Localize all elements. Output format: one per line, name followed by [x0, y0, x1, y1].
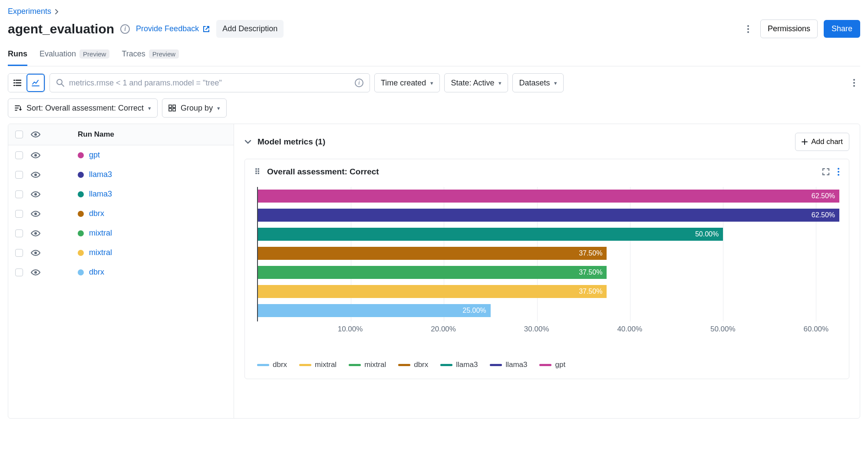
- legend-label: gpt: [555, 360, 565, 369]
- fullscreen-button[interactable]: [822, 168, 830, 176]
- table-row[interactable]: gpt: [8, 145, 234, 165]
- row-checkbox[interactable]: [15, 210, 23, 218]
- run-name-link[interactable]: dbrx: [89, 268, 104, 277]
- preview-badge: Preview: [79, 49, 109, 59]
- sort-dropdown[interactable]: Sort: Overall assessment: Correct ▾: [8, 98, 158, 118]
- chart-bar[interactable]: 37.50%: [258, 247, 607, 260]
- collapse-toggle[interactable]: [244, 139, 251, 144]
- charts-panel: Model metrics (1) Add chart ⠿ Overall as…: [234, 124, 860, 418]
- chart-bar[interactable]: 62.50%: [258, 190, 839, 203]
- chart-overflow-menu[interactable]: [838, 168, 839, 176]
- kebab-icon: [853, 79, 855, 87]
- feedback-label: Provide Feedback: [136, 24, 199, 33]
- row-checkbox[interactable]: [15, 190, 23, 198]
- table-row[interactable]: dbrx: [8, 204, 234, 223]
- color-dot: [78, 211, 84, 217]
- table-row[interactable]: dbrx: [8, 262, 234, 282]
- search-field[interactable]: i: [50, 73, 370, 92]
- tab-runs[interactable]: Runs: [8, 46, 27, 66]
- time-created-dropdown[interactable]: Time created ▾: [374, 73, 440, 92]
- row-checkbox[interactable]: [15, 171, 23, 179]
- state-dropdown[interactable]: State: Active ▾: [444, 73, 508, 92]
- chart-bar[interactable]: 37.50%: [258, 266, 607, 279]
- visibility-toggle[interactable]: [31, 191, 40, 198]
- table-row[interactable]: llama3: [8, 165, 234, 184]
- select-all-checkbox[interactable]: [15, 131, 23, 138]
- run-name-link[interactable]: llama3: [89, 190, 112, 199]
- info-icon[interactable]: i: [355, 79, 363, 87]
- chart-view-button[interactable]: [26, 74, 45, 92]
- visibility-toggle[interactable]: [31, 249, 40, 256]
- legend-label: mixtral: [364, 360, 386, 369]
- groupby-dropdown[interactable]: Group by ▾: [162, 98, 227, 118]
- chart-legend: dbrxmixtralmixtraldbrxllama3llama3gpt: [257, 360, 839, 369]
- run-name-link[interactable]: mixtral: [89, 229, 112, 238]
- visibility-toggle[interactable]: [31, 152, 40, 159]
- table-row[interactable]: llama3: [8, 184, 234, 204]
- svg-point-9: [34, 213, 37, 215]
- legend-item[interactable]: llama3: [490, 360, 527, 369]
- sort-label: Sort: Overall assessment: Correct: [26, 104, 144, 113]
- table-row[interactable]: mixtral: [8, 243, 234, 262]
- plus-icon: [802, 139, 808, 145]
- provide-feedback-link[interactable]: Provide Feedback: [136, 24, 210, 33]
- legend-label: llama3: [505, 360, 527, 369]
- run-name-link[interactable]: llama3: [89, 170, 112, 179]
- svg-point-0: [57, 79, 62, 85]
- add-chart-button[interactable]: Add chart: [795, 133, 849, 151]
- legend-item[interactable]: dbrx: [398, 360, 428, 369]
- visibility-toggle[interactable]: [31, 269, 40, 276]
- chart-bar[interactable]: 62.50%: [258, 209, 839, 222]
- legend-item[interactable]: mixtral: [299, 360, 337, 369]
- tab-evaluation[interactable]: Evaluation Preview: [40, 46, 109, 66]
- chevron-down-icon: ▾: [430, 80, 433, 86]
- drag-handle-icon[interactable]: ⠿: [254, 167, 261, 177]
- share-button[interactable]: Share: [824, 20, 860, 38]
- section-header: Model metrics (1) Add chart: [244, 133, 849, 151]
- chevron-down-icon: ▾: [148, 105, 151, 111]
- row-checkbox[interactable]: [15, 249, 23, 257]
- svg-rect-1: [169, 105, 172, 108]
- chart-bar[interactable]: 37.50%: [258, 285, 607, 298]
- breadcrumb-link-experiments[interactable]: Experiments: [8, 7, 51, 16]
- legend-item[interactable]: llama3: [440, 360, 478, 369]
- run-name-link[interactable]: dbrx: [89, 209, 104, 218]
- list-view-button[interactable]: [8, 74, 26, 92]
- svg-point-6: [34, 154, 37, 157]
- row-checkbox[interactable]: [15, 151, 23, 159]
- gridline: [630, 187, 630, 321]
- run-list-sidebar: Run Name gpt llama3 llama3: [8, 124, 234, 418]
- svg-rect-3: [169, 108, 172, 111]
- add-description-button[interactable]: Add Description: [216, 20, 284, 38]
- chart-bar[interactable]: 50.00%: [258, 228, 723, 241]
- info-icon[interactable]: i: [120, 24, 130, 34]
- legend-swatch: [539, 364, 551, 366]
- visibility-toggle[interactable]: [31, 210, 40, 217]
- section-title: Model metrics (1): [257, 137, 325, 147]
- header-overflow-menu[interactable]: [742, 22, 754, 36]
- toolbar-overflow-menu[interactable]: [848, 75, 860, 90]
- legend-label: mixtral: [315, 360, 337, 369]
- tab-traces[interactable]: Traces Preview: [122, 46, 179, 66]
- kebab-icon: [838, 168, 839, 176]
- permissions-button[interactable]: Permissions: [760, 20, 818, 38]
- datasets-dropdown[interactable]: Datasets ▾: [512, 73, 564, 92]
- legend-item[interactable]: gpt: [539, 360, 565, 369]
- legend-item[interactable]: dbrx: [257, 360, 287, 369]
- row-checkbox[interactable]: [15, 229, 23, 237]
- svg-point-10: [34, 232, 37, 235]
- legend-swatch: [349, 364, 361, 366]
- visibility-toggle[interactable]: [31, 230, 40, 237]
- view-toggle: [8, 73, 45, 92]
- visibility-toggle[interactable]: [31, 171, 40, 178]
- svg-point-8: [34, 193, 37, 196]
- run-table-header: Run Name: [8, 124, 234, 145]
- row-checkbox[interactable]: [15, 269, 23, 276]
- run-name-link[interactable]: mixtral: [89, 248, 112, 257]
- legend-item[interactable]: mixtral: [349, 360, 386, 369]
- table-row[interactable]: mixtral: [8, 223, 234, 243]
- chart-bar[interactable]: 25.00%: [258, 304, 491, 317]
- search-input[interactable]: [69, 79, 350, 88]
- run-name-header: Run Name: [78, 130, 114, 139]
- run-name-link[interactable]: gpt: [89, 151, 100, 160]
